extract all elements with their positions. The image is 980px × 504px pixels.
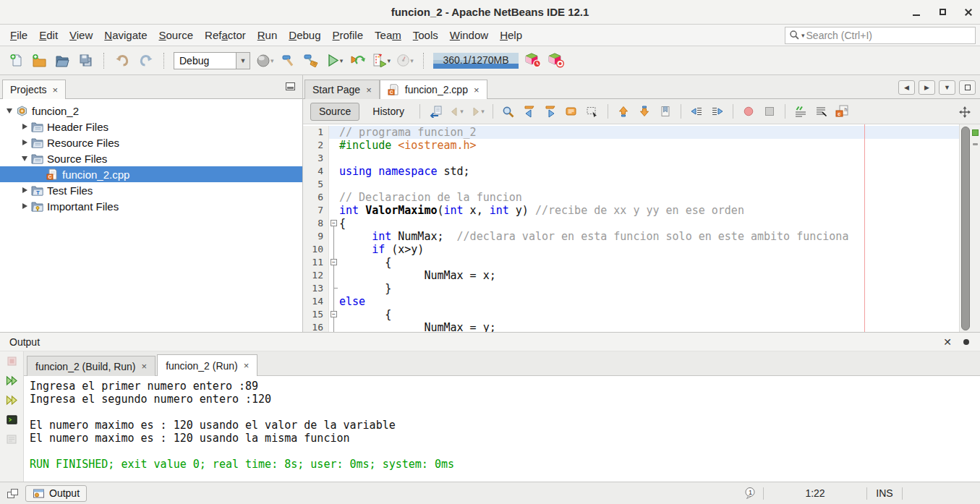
- output-console[interactable]: Ingresa el primer numero entero :89Ingre…: [24, 376, 980, 482]
- rerun-button[interactable]: [5, 375, 18, 387]
- search-input[interactable]: [806, 30, 971, 41]
- close-button[interactable]: [963, 7, 974, 18]
- output-window-button[interactable]: Output: [25, 485, 87, 502]
- shift-left-button[interactable]: [689, 104, 704, 119]
- tree-item-resource-files[interactable]: Resource Files: [0, 134, 302, 150]
- code-line-11[interactable]: 11− {: [303, 256, 980, 269]
- code-line-9[interactable]: 9 int NumMax; //declara valor en esta fu…: [303, 230, 980, 243]
- toggle-bookmark-button[interactable]: [657, 104, 673, 119]
- previous-bookmark-button[interactable]: [615, 104, 631, 119]
- code-line-1[interactable]: 1// programa funcion_2: [303, 126, 980, 139]
- maximize-button[interactable]: [937, 7, 948, 18]
- tab-funcion2-cpp[interactable]: C funcion_2.cpp ×: [380, 80, 487, 99]
- last-edit-button[interactable]: [427, 104, 443, 119]
- nav-back-button[interactable]: ▾: [448, 104, 464, 119]
- services-globe-button[interactable]: ▾: [256, 51, 274, 70]
- toggle-header-source-button[interactable]: hc: [835, 104, 851, 119]
- close-icon[interactable]: ×: [474, 85, 480, 95]
- code-line-10[interactable]: 10 if (x>y): [303, 243, 980, 256]
- dock-icon[interactable]: [7, 488, 19, 499]
- start-macro-button[interactable]: [741, 104, 757, 119]
- new-file-button[interactable]: [7, 51, 25, 70]
- stop-macro-button[interactable]: [762, 104, 777, 119]
- run-button[interactable]: ▾: [326, 51, 344, 70]
- undo-button[interactable]: [114, 51, 131, 70]
- collapse-fold-icon[interactable]: −: [331, 220, 337, 226]
- menu-source[interactable]: Source: [153, 27, 200, 43]
- rectangular-selection-button[interactable]: [584, 104, 600, 119]
- open-project-button[interactable]: [54, 51, 71, 70]
- new-project-button[interactable]: [30, 51, 48, 70]
- tab-run[interactable]: funcion_2 (Run) ×: [157, 354, 257, 376]
- close-icon[interactable]: ×: [244, 361, 250, 370]
- config-combo[interactable]: Debug ▼: [174, 52, 250, 69]
- split-editor-button[interactable]: [957, 105, 973, 119]
- menu-edit[interactable]: Edit: [33, 27, 64, 43]
- code-line-15[interactable]: 15− {: [303, 308, 980, 321]
- code-line-4[interactable]: 4using namespace std;: [303, 165, 980, 178]
- uncomment-button[interactable]: [814, 104, 830, 119]
- config-combo-dropdown[interactable]: ▼: [236, 53, 250, 69]
- close-icon[interactable]: ×: [366, 85, 372, 95]
- code-line-14[interactable]: 14else: [303, 295, 980, 308]
- memory-indicator[interactable]: 360.1/1270MB: [433, 53, 519, 69]
- comment-button[interactable]: [793, 104, 809, 119]
- profile-gauge-button[interactable]: ▾: [396, 51, 414, 70]
- code-line-3[interactable]: 3: [303, 152, 980, 165]
- clear-output-button[interactable]: [5, 433, 18, 445]
- fold-marker[interactable]: −: [329, 217, 339, 230]
- tab-projects[interactable]: Projects ×: [2, 80, 66, 99]
- find-next-button[interactable]: [542, 104, 558, 119]
- minimize-button[interactable]: [911, 7, 922, 18]
- menu-tools[interactable]: Tools: [407, 27, 444, 43]
- save-all-button[interactable]: [77, 51, 94, 70]
- terminal-button[interactable]: [5, 414, 18, 426]
- code-line-2[interactable]: 2#include <iostream.h>: [303, 139, 980, 152]
- menu-run[interactable]: Run: [252, 27, 284, 43]
- scroll-tabs-left-button[interactable]: ◀: [898, 80, 915, 95]
- notifications-button[interactable]: 1: [743, 486, 757, 500]
- code-line-7[interactable]: 7int ValorMaximo(int x, int y) //recibe …: [303, 204, 980, 217]
- expand-arrow-icon[interactable]: [20, 201, 30, 211]
- history-view-button[interactable]: History: [365, 103, 412, 121]
- clean-build-button[interactable]: [303, 51, 320, 70]
- tab-build-run[interactable]: funcion_2 (Build, Run) ×: [27, 356, 155, 376]
- menu-help[interactable]: Help: [494, 27, 528, 43]
- menu-file[interactable]: File: [4, 27, 33, 43]
- source-view-button[interactable]: Source: [310, 103, 359, 121]
- menu-debug[interactable]: Debug: [283, 27, 326, 43]
- tree-item-funcion-2-cpp[interactable]: Cfuncion_2.cpp: [0, 166, 302, 182]
- tab-start-page[interactable]: Start Page ×: [304, 80, 380, 99]
- tree-item-header-files[interactable]: Header Files: [0, 119, 302, 134]
- code-line-5[interactable]: 5: [303, 178, 980, 191]
- tree-item-source-files[interactable]: Source Files: [0, 150, 302, 166]
- redo-button[interactable]: [137, 51, 154, 70]
- debug-button[interactable]: [349, 51, 367, 70]
- menu-profile[interactable]: Profile: [327, 27, 370, 43]
- next-bookmark-button[interactable]: [636, 104, 652, 119]
- menu-team[interactable]: Team: [369, 27, 407, 43]
- find-selection-button[interactable]: [500, 104, 516, 119]
- find-previous-button[interactable]: [521, 104, 537, 119]
- code-line-12[interactable]: 12 NumMax = x;: [303, 269, 980, 282]
- maximize-editor-button[interactable]: [959, 80, 976, 95]
- fold-marker[interactable]: −: [329, 308, 339, 321]
- project-tree[interactable]: funcion_2Header FilesResource FilesSourc…: [0, 99, 302, 332]
- expand-arrow-icon[interactable]: [20, 137, 30, 148]
- expand-arrow-icon[interactable]: [20, 153, 30, 163]
- code-line-8[interactable]: 8−{: [303, 217, 980, 230]
- shift-right-button[interactable]: [710, 104, 725, 119]
- toggle-highlight-button[interactable]: [563, 104, 579, 119]
- expand-arrow-icon[interactable]: [4, 106, 14, 116]
- profile-button[interactable]: ▾: [372, 51, 391, 70]
- profiler-telemetry-button[interactable]: [524, 51, 542, 70]
- menu-navigate[interactable]: Navigate: [98, 27, 153, 43]
- close-icon[interactable]: ×: [142, 362, 148, 371]
- fold-marker[interactable]: −: [329, 256, 339, 269]
- code-line-13[interactable]: 13 }: [303, 282, 980, 295]
- menu-refactor[interactable]: Refactor: [199, 27, 252, 43]
- collapse-fold-icon[interactable]: −: [331, 259, 337, 265]
- editor-scrollbar[interactable]: [959, 124, 971, 332]
- profiler-record-button[interactable]: [547, 51, 565, 70]
- code-line-16[interactable]: 16 NumMax = y;: [303, 321, 980, 332]
